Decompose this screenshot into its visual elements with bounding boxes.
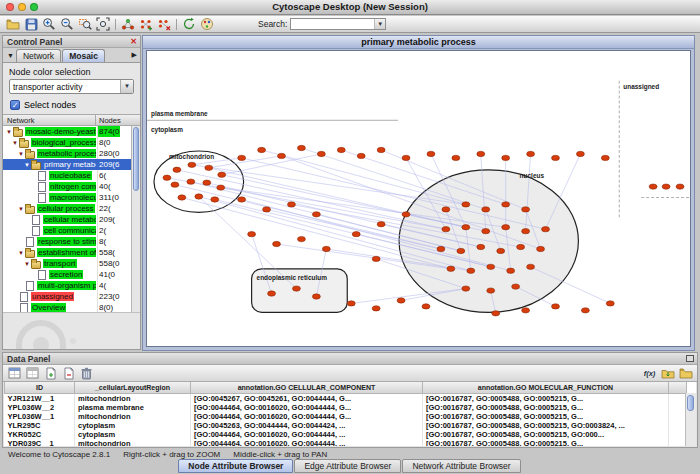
first-neighbors-icon[interactable] [119,17,137,32]
network-node[interactable] [205,165,213,170]
expand-arrow-icon[interactable]: ▼ [23,261,31,267]
network-node[interactable] [527,264,535,269]
network-view-title[interactable]: primary metabolic process [143,36,694,49]
zoom-in-icon[interactable] [40,17,58,32]
network-canvas[interactable]: plasma membranecytoplasmmitochondrionnuc… [146,50,691,347]
unselect-attributes-icon[interactable] [24,366,41,380]
tree-item-secretion[interactable]: secretion41(0 [3,269,140,280]
network-node[interactable] [457,248,465,253]
network-node[interactable] [606,301,614,306]
network-node[interactable] [292,286,300,291]
search-input[interactable] [291,19,374,29]
network-node[interactable] [497,248,505,253]
network-node[interactable] [322,246,330,251]
network-node[interactable] [462,225,470,230]
table-row[interactable]: YPL036W__2plasma membrane[GO:0044464, GO… [5,403,687,412]
network-node[interactable] [163,175,171,180]
tree-item-establishment-of-lo[interactable]: ▼establishment of lo558( [3,247,140,258]
tree-item-response-to-stimu[interactable]: response to stimu8( [3,236,140,247]
expand-arrow-icon[interactable]: ▼ [17,250,25,256]
network-node[interactable] [492,311,500,316]
delete-attribute-icon[interactable] [60,366,77,380]
select-nodes-checkbox[interactable]: Select nodes [10,99,140,110]
minimize-window-button[interactable] [18,3,26,11]
table-row[interactable]: YPL036W__1mitochondrion[GO:0044464, GO:0… [5,412,687,421]
network-node[interactable] [248,231,256,236]
tree-item-primary-metabo[interactable]: ▼primary metabo209(6 [3,159,140,170]
network-node[interactable] [482,207,490,212]
checkbox-checked-icon[interactable] [10,100,20,110]
network-node[interactable] [195,194,203,199]
search-dropdown-icon[interactable]: ▼ [374,19,385,29]
table-scrollbar[interactable] [685,393,696,446]
network-node[interactable] [552,304,560,309]
tab-list-icon[interactable]: ▼ [5,52,16,59]
column-header-annotation-go-molecular-function[interactable]: annotation.GO MOLECULAR_FUNCTION [423,382,669,393]
network-node[interactable] [263,207,271,212]
network-node[interactable] [447,266,455,271]
expand-arrow-icon[interactable]: ▼ [5,129,13,135]
dropdown-arrow-icon[interactable]: ▼ [120,80,133,93]
network-node[interactable] [297,145,305,150]
network-node[interactable] [522,308,530,313]
tree-item-unassigned[interactable]: unassigned223(0 [3,291,140,302]
open-attribute-file-icon[interactable] [677,366,694,380]
network-node[interactable] [487,288,495,293]
network-node[interactable] [581,308,589,313]
tree-item-macromolecule[interactable]: macromolecule311(0 [3,192,140,203]
network-node[interactable] [662,184,670,189]
function-builder-icon[interactable]: f(x) [641,366,658,380]
network-node[interactable] [442,207,450,212]
network-node[interactable] [402,212,410,217]
network-node[interactable] [517,244,525,249]
float-panel-icon[interactable] [686,355,694,362]
network-node[interactable] [437,246,445,251]
network-node[interactable] [238,197,246,202]
network-node[interactable] [462,202,470,207]
network-node[interactable] [601,155,609,160]
network-node[interactable] [537,246,545,251]
expand-arrow-icon[interactable]: ▼ [17,151,25,157]
tree-item-multi-organism-pro[interactable]: multi-organism pro4( [3,280,140,291]
network-node[interactable] [218,172,226,177]
tab-node-attribute-browser[interactable]: Node Attribute Browser [178,459,293,473]
network-node[interactable] [337,147,345,152]
network-node[interactable] [258,147,266,152]
network-node[interactable] [297,236,305,241]
network-node[interactable] [287,202,295,207]
network-node[interactable] [211,197,219,202]
tab-network-attribute-browser[interactable]: Network Attribute Browser [402,459,520,473]
network-node[interactable] [507,268,515,273]
network-node[interactable] [462,286,470,291]
tree-item-transport[interactable]: ▼transport558(0 [3,258,140,269]
network-node[interactable] [482,228,490,233]
tree-item-mosaic-demo-yeast[interactable]: ▼mosaic-demo-yeast874(0 [3,126,140,137]
network-node[interactable] [312,294,320,299]
tree-header-network[interactable]: Network [3,115,96,125]
network-node[interactable] [477,151,485,156]
network-node[interactable] [171,182,179,187]
network-node[interactable] [676,184,684,189]
network-node[interactable] [477,244,485,249]
tree-item-cellular-process[interactable]: ▼cellular process22( [3,203,140,214]
network-node[interactable] [173,167,181,172]
network-node[interactable] [352,231,360,236]
network-node[interactable] [502,202,510,207]
network-node[interactable] [347,301,355,306]
network-node[interactable] [512,284,520,289]
network-node[interactable] [203,180,211,185]
network-node[interactable] [372,256,380,261]
network-node[interactable] [178,195,186,200]
network-node[interactable] [372,306,380,311]
network-node[interactable] [422,304,430,309]
maximize-window-button[interactable] [30,3,38,11]
tree-item-biological-process[interactable]: ▼biological_process8(0 [3,137,140,148]
tab-scroll-right-icon[interactable]: ▶ [130,51,139,59]
network-node[interactable] [452,155,460,160]
network-node[interactable] [467,268,475,273]
network-node[interactable] [552,155,560,160]
table-row[interactable]: YLR295Ccytoplasm[GO:0045263, GO:0044444,… [5,421,687,430]
network-node[interactable] [427,151,435,156]
network-node[interactable] [187,179,195,184]
network-node[interactable] [188,162,196,167]
